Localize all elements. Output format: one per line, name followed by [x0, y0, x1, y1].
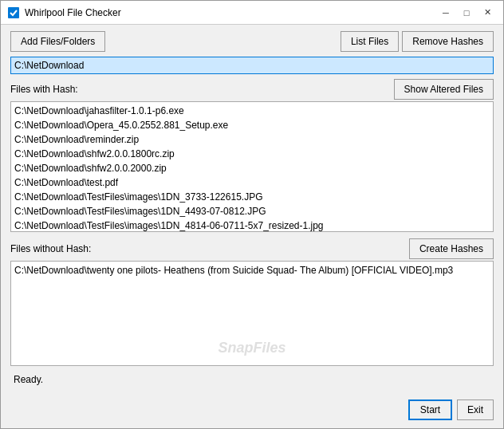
status-text: Ready.	[14, 374, 43, 385]
files-with-hash-section: Files with Hash: Show Altered Files C:\N…	[10, 79, 494, 232]
watermark: SnapFiles	[218, 337, 285, 359]
toolbar-right: List Files Remove Hashes	[341, 31, 494, 52]
bottom-bar: Start Exit	[1, 395, 503, 428]
files-with-hash-list[interactable]: C:\NetDownload\jahasfilter-1.0.1-p6.exeC…	[10, 101, 494, 232]
list-item: C:\NetDownload\reminder.zip	[14, 132, 490, 147]
files-with-hash-label: Files with Hash:	[10, 84, 78, 95]
list-files-button[interactable]: List Files	[341, 31, 399, 52]
toolbar: Add Files/Folders List Files Remove Hash…	[10, 31, 494, 52]
create-hashes-button[interactable]: Create Hashes	[409, 238, 494, 259]
list-item: C:\NetDownload\TestFiles\images\1DN_4493…	[14, 204, 490, 218]
list-item: C:\NetDownload\TestFiles\images\1DN_4814…	[14, 218, 490, 232]
app-icon	[7, 6, 20, 19]
list-item: C:\NetDownload\TestFiles\images\1DN_3733…	[14, 190, 490, 204]
close-button[interactable]: ✕	[478, 3, 497, 22]
title-bar: Whirlpool File Checker ─ □ ✕	[1, 1, 503, 25]
files-without-hash-list[interactable]: C:\NetDownload\twenty one pilots- Heathe…	[10, 261, 494, 366]
add-files-button[interactable]: Add Files/Folders	[10, 31, 105, 52]
files-without-hash-header: Files without Hash: Create Hashes	[10, 238, 494, 259]
files-without-hash-label: Files without Hash:	[10, 243, 91, 254]
start-button[interactable]: Start	[408, 399, 452, 420]
main-window: Whirlpool File Checker ─ □ ✕ Add Files/F…	[0, 0, 504, 429]
list-item: C:\NetDownload\test.pdf	[14, 175, 490, 190]
window-controls: ─ □ ✕	[436, 3, 497, 22]
sections-wrapper: Files with Hash: Show Altered Files C:\N…	[10, 79, 494, 366]
list-item: C:\NetDownload\Opera_45.0.2552.881_Setup…	[14, 118, 490, 132]
main-content: Add Files/Folders List Files Remove Hash…	[1, 25, 503, 395]
files-without-hash-section: Files without Hash: Create Hashes C:\Net…	[10, 238, 494, 366]
status-bar: Ready.	[10, 371, 494, 388]
list-item: C:\NetDownload\shfw2.0.0.2000.zip	[14, 161, 490, 175]
list-item: C:\NetDownload\jahasfilter-1.0.1-p6.exe	[14, 104, 490, 118]
path-input[interactable]	[10, 57, 494, 74]
files-with-hash-header: Files with Hash: Show Altered Files	[10, 79, 494, 100]
exit-button[interactable]: Exit	[457, 399, 494, 420]
show-altered-files-button[interactable]: Show Altered Files	[394, 79, 494, 100]
list-item: C:\NetDownload\twenty one pilots- Heathe…	[14, 263, 490, 277]
window-title: Whirlpool File Checker	[25, 7, 436, 18]
svg-rect-0	[8, 7, 19, 18]
maximize-button[interactable]: □	[457, 3, 476, 22]
list-item: C:\NetDownload\shfw2.0.0.1800rc.zip	[14, 147, 490, 161]
minimize-button[interactable]: ─	[436, 3, 455, 22]
remove-hashes-button[interactable]: Remove Hashes	[402, 31, 494, 52]
